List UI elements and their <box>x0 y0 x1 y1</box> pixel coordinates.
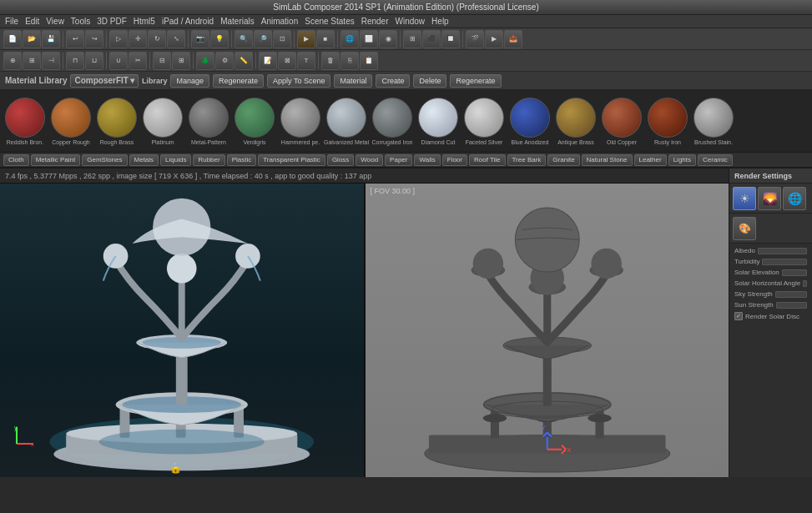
toolbar-btn-light[interactable]: 💡 <box>210 30 229 48</box>
category-btn-gemstones[interactable]: GemStones <box>82 154 127 166</box>
toolbar-btn-paste[interactable]: 📋 <box>360 52 378 70</box>
sphere-item-5[interactable]: Verdigris <box>233 98 276 145</box>
sphere-item-4[interactable]: Metal-Pattern <box>187 98 230 145</box>
menu-help[interactable]: Help <box>431 17 449 26</box>
sphere-item-15[interactable]: Brushed Stain. <box>692 98 735 145</box>
viewport-left[interactable]: x y 🔒 <box>0 184 366 477</box>
toolbar-btn-scale[interactable]: ⤡ <box>167 30 185 48</box>
toolbar-btn-save[interactable]: 💾 <box>42 30 60 48</box>
toolbar-btn-open[interactable]: 📂 <box>23 30 41 48</box>
category-btn-transparent-plastic[interactable]: Transparent Plastic <box>258 154 325 166</box>
material-library-dropdown[interactable]: ComposerFIT ▾ <box>70 74 138 88</box>
sphere-item-6[interactable]: Hammered pe. <box>279 98 322 145</box>
render-icon-extra[interactable]: 🌐 <box>783 187 806 210</box>
sphere-item-10[interactable]: Faceted Silver <box>462 98 506 145</box>
toolbar-btn-export[interactable]: 📤 <box>504 30 522 48</box>
menu-materials[interactable]: Materials <box>220 17 255 26</box>
render-icon-photo[interactable]: 🌄 <box>758 187 781 210</box>
sphere-item-12[interactable]: Antique Brass <box>554 98 598 145</box>
toolbar-btn-mirror[interactable]: ⊟ <box>153 52 171 70</box>
toolbar-btn-trash[interactable]: 🗑 <box>321 52 340 70</box>
toolbar-btn-zoom-in[interactable]: 🔍 <box>235 30 253 48</box>
toolbar-btn-measure[interactable]: 📏 <box>235 52 253 70</box>
category-btn-tree-bark[interactable]: Tree Bark <box>507 154 547 166</box>
toolbar-btn-copy[interactable]: ⎘ <box>340 52 359 70</box>
toolbar-btn-cut[interactable]: ✂ <box>129 52 147 70</box>
toolbar-btn-3d-text[interactable]: T <box>297 52 315 70</box>
menu-3dpdf[interactable]: 3D PDF <box>97 17 127 26</box>
category-btn-ceramic[interactable]: Ceramic <box>698 154 733 166</box>
category-btn-natural-stone[interactable]: Natural Stone <box>582 154 633 166</box>
sphere-item-14[interactable]: Rusty Iron <box>646 98 689 145</box>
toolbar-btn-new[interactable]: 📄 <box>3 30 22 48</box>
sphere-item-13[interactable]: Old Copper <box>600 98 643 145</box>
toolbar-btn-select[interactable]: ▷ <box>109 30 128 48</box>
toolbar-btn-zoom-out[interactable]: 🔎 <box>254 30 272 48</box>
category-btn-paper[interactable]: Paper <box>385 154 412 166</box>
sphere-item-2[interactable]: Rough Brass <box>95 98 139 145</box>
menu-file[interactable]: File <box>5 17 18 26</box>
delete-button[interactable]: Delete <box>413 74 446 88</box>
category-btn-gloss[interactable]: Gloss <box>327 154 354 166</box>
category-btn-lights[interactable]: Lights <box>668 154 696 166</box>
toolbar-btn-redo[interactable]: ↪ <box>85 30 103 48</box>
menu-animation[interactable]: Animation <box>261 17 298 26</box>
toolbar-btn-object[interactable]: ⬜ <box>360 30 378 48</box>
apply-to-scene-button[interactable]: Apply To Scene <box>267 74 330 88</box>
toolbar-btn-fit[interactable]: ⊡ <box>273 30 291 48</box>
toolbar-btn-cam[interactable]: 📷 <box>191 30 209 48</box>
toolbar-btn-grid[interactable]: ⊞ <box>23 52 41 70</box>
menu-edit[interactable]: Edit <box>25 17 39 26</box>
sphere-item-3[interactable]: Platinum <box>141 98 184 145</box>
solar-disc-checkbox[interactable]: ✓ <box>734 312 743 320</box>
setting-solar-elevation-bar[interactable] <box>782 269 807 276</box>
setting-solar-angle-bar[interactable] <box>803 280 807 287</box>
category-btn-metals[interactable]: Metals <box>129 154 159 166</box>
sphere-item-1[interactable]: Copper Rough <box>49 98 93 145</box>
manage-button[interactable]: Manage <box>170 74 209 88</box>
category-btn-roof-tile[interactable]: Roof Tile <box>469 154 506 166</box>
toolbar-btn-solid[interactable]: ⬛ <box>422 30 441 48</box>
toolbar-btn-material[interactable]: ◉ <box>379 30 397 48</box>
toolbar-btn-texture[interactable]: 🔲 <box>441 30 460 48</box>
regenerate1-button[interactable]: Regenerate <box>213 74 264 88</box>
toolbar-btn-rotate[interactable]: ↻ <box>148 30 166 48</box>
regenerate2-button[interactable]: Regenerate <box>450 74 501 88</box>
toolbar-btn-render[interactable]: ▶ <box>297 30 315 48</box>
toolbar-btn-wire[interactable]: ⊞ <box>403 30 421 48</box>
menu-html5[interactable]: Html5 <box>134 17 155 26</box>
sphere-item-9[interactable]: Diamond Cut <box>416 98 460 145</box>
category-btn-rubber[interactable]: Rubber <box>193 154 224 166</box>
toolbar-btn-section[interactable]: ⊠ <box>278 52 296 70</box>
sphere-item-8[interactable]: Corrugated Iron <box>371 98 414 145</box>
toolbar-btn-stop[interactable]: ■ <box>316 30 335 48</box>
category-btn-walls[interactable]: Walls <box>414 154 440 166</box>
material-button[interactable]: Material <box>334 74 372 88</box>
setting-turbidity-bar[interactable] <box>762 259 807 265</box>
toolbar-btn-snap[interactable]: ⊕ <box>3 52 22 70</box>
category-btn-liquids[interactable]: Liquids <box>160 154 191 166</box>
menu-view[interactable]: View <box>46 17 64 26</box>
toolbar-btn-array[interactable]: ⊞ <box>172 52 190 70</box>
toolbar-btn-properties[interactable]: ⚙ <box>215 52 234 70</box>
setting-sun-strength-bar[interactable] <box>776 302 807 309</box>
toolbar-btn-scene[interactable]: 🌐 <box>340 30 359 48</box>
category-btn-leather[interactable]: Leather <box>634 154 667 166</box>
toolbar-btn-boolean[interactable]: ∪ <box>109 52 128 70</box>
toolbar-btn-group[interactable]: ⊓ <box>66 52 84 70</box>
render-icon-color[interactable]: 🎨 <box>733 217 756 240</box>
category-btn-granite[interactable]: Granite <box>547 154 579 166</box>
create-button[interactable]: Create <box>376 74 410 88</box>
menu-window[interactable]: Window <box>396 17 426 26</box>
render-icon-sun[interactable]: ☀ <box>733 187 756 210</box>
toolbar-btn-scene-tree[interactable]: 🌲 <box>196 52 214 70</box>
sphere-item-7[interactable]: Galvanized Metal <box>325 98 368 145</box>
viewport-right[interactable]: [ FOV 30.00 ] <box>366 184 729 477</box>
category-btn-cloth[interactable]: Cloth <box>3 154 29 166</box>
toolbar-btn-undo[interactable]: ↩ <box>66 30 84 48</box>
toolbar-btn-note[interactable]: 📝 <box>259 52 277 70</box>
category-btn-metallic-paint[interactable]: Metallic Paint <box>31 154 81 166</box>
category-btn-plastic[interactable]: Plastic <box>227 154 257 166</box>
toolbar-btn-ungroup[interactable]: ⊔ <box>85 52 103 70</box>
toolbar-btn-move[interactable]: ✛ <box>129 30 147 48</box>
